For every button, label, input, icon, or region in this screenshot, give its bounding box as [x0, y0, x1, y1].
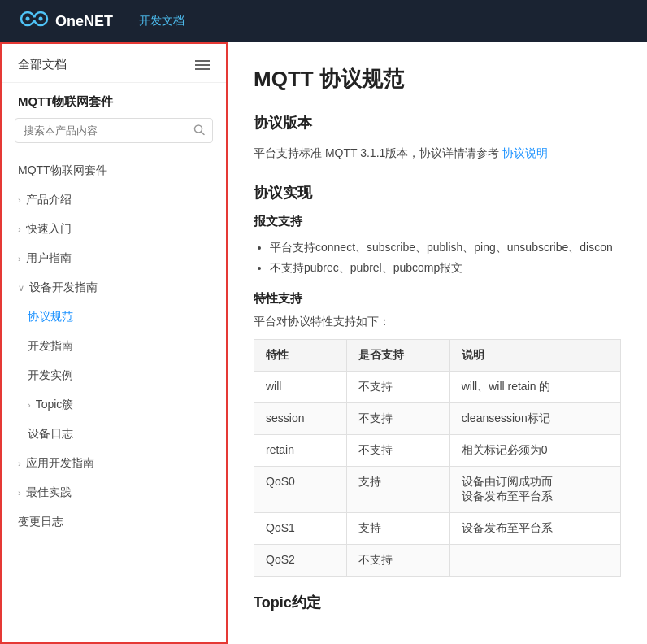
list-item: 平台支持connect、subscribe、publish、ping、unsub…	[270, 237, 621, 258]
main-layout: 全部文档 MQTT物联网套件 MQTT物联网套件 › 产品介绍	[0, 42, 647, 644]
chevron-right-icon: ›	[18, 459, 21, 468]
chevron-right-icon: ›	[18, 488, 21, 498]
table-cell-support: 支持	[347, 467, 450, 513]
sidebar-item-label: 开发实例	[28, 368, 73, 383]
table-cell-support: 不支持	[347, 545, 450, 577]
subsection-feature-support: 特性支持 平台对协议特性支持如下： 特性 是否支持 说明 will 不支持	[254, 291, 621, 577]
table-header-feature: 特性	[254, 340, 347, 372]
table-cell-support: 不支持	[347, 403, 450, 435]
sidebar-item-dev-guide[interactable]: 开发指南	[2, 332, 226, 361]
content: MQTT 协议规范 协议版本 平台支持标准 MQTT 3.1.1版本，协议详情请…	[228, 42, 647, 644]
sidebar-item-label: 设备日志	[28, 427, 73, 442]
sidebar-item-topic-cluster[interactable]: › Topic簇	[2, 390, 226, 420]
sidebar-item-dev-example[interactable]: 开发实例	[2, 361, 226, 390]
sidebar-item-best-practice[interactable]: › 最佳实践	[2, 478, 226, 507]
bullet-list: 平台支持connect、subscribe、publish、ping、unsub…	[254, 237, 621, 278]
table-row: QoS2 不支持	[254, 545, 621, 577]
sidebar-item-label: 快速入门	[26, 222, 72, 237]
sidebar-item-app-dev-guide[interactable]: › 应用开发指南	[2, 449, 226, 478]
sidebar-item-label: 协议规范	[28, 310, 73, 324]
logo: OneNET	[20, 7, 113, 35]
subsection-title-message-support: 报文支持	[254, 214, 621, 229]
table-cell-feature: QoS0	[254, 467, 347, 513]
table-cell-support: 不支持	[347, 372, 450, 403]
table-cell-feature: QoS1	[254, 513, 347, 545]
section-title-protocol-impl: 协议实现	[254, 183, 621, 202]
subsection-message-support: 报文支持 平台支持connect、subscribe、publish、ping、…	[254, 214, 621, 278]
svg-point-3	[26, 17, 30, 21]
page-title: MQTT 协议规范	[254, 65, 621, 94]
table-row: QoS1 支持 设备发布至平台系	[254, 513, 621, 545]
subsection-title-feature-support: 特性支持	[254, 291, 621, 307]
header: OneNET 开发文档	[0, 0, 647, 42]
table-header-desc: 说明	[449, 340, 620, 372]
sidebar-item-label: 开发指南	[28, 339, 73, 354]
list-item: 不支持pubrec、pubrel、pubcomp报文	[270, 258, 621, 278]
header-nav-dev-docs[interactable]: 开发文档	[139, 14, 185, 28]
table-cell-support: 不支持	[347, 435, 450, 467]
sidebar: 全部文档 MQTT物联网套件 MQTT物联网套件 › 产品介绍	[0, 42, 228, 644]
table-cell-feature: session	[254, 403, 347, 435]
sidebar-item-label: 用户指南	[26, 251, 72, 266]
sidebar-item-protocol-spec[interactable]: 协议规范	[2, 302, 226, 332]
sidebar-header: 全部文档	[2, 44, 226, 83]
section-protocol-version: 协议版本 平台支持标准 MQTT 3.1.1版本，协议详情请参考 协议说明	[254, 113, 621, 163]
table-cell-feature: will	[254, 372, 347, 403]
sidebar-item-label: 变更日志	[18, 515, 63, 529]
table-cell-desc: 设备由订阅成功而设备发布至平台系	[449, 467, 620, 513]
feature-table: 特性 是否支持 说明 will 不支持 will、will retain 的 s…	[254, 339, 621, 577]
sidebar-item-label: 应用开发指南	[26, 456, 94, 471]
table-row: will 不支持 will、will retain 的	[254, 372, 621, 403]
table-cell-support: 支持	[347, 513, 450, 545]
chevron-right-icon: ›	[18, 195, 21, 205]
table-cell-desc: 相关标记必须为0	[449, 435, 620, 467]
sidebar-item-label: MQTT物联网套件	[18, 163, 107, 178]
table-cell-desc	[449, 545, 620, 577]
sidebar-item-mqtt-root[interactable]: MQTT物联网套件	[2, 156, 226, 185]
svg-point-4	[39, 17, 43, 21]
sidebar-item-label: 最佳实践	[26, 485, 72, 500]
table-cell-desc: cleansession标记	[449, 403, 620, 435]
section-title-topic-convention: Topic约定	[254, 593, 621, 612]
sidebar-item-change-log[interactable]: 变更日志	[2, 507, 226, 537]
section-desc-protocol-version: 平台支持标准 MQTT 3.1.1版本，协议详情请参考 协议说明	[254, 144, 621, 163]
logo-text: OneNET	[55, 13, 113, 30]
section-topic-convention: Topic约定	[254, 593, 621, 612]
menu-icon[interactable]	[195, 60, 210, 70]
search-icon	[193, 124, 205, 137]
sidebar-nav: MQTT物联网套件 › 产品介绍 › 快速入门 › 用户指南 ∨ 设备开发指南 …	[2, 153, 226, 540]
sidebar-item-label: Topic簇	[36, 398, 74, 412]
sidebar-item-label: 设备开发指南	[29, 281, 98, 295]
table-row: session 不支持 cleansession标记	[254, 403, 621, 435]
svg-line-6	[202, 132, 205, 135]
search-input[interactable]	[15, 118, 213, 143]
sidebar-product-title: MQTT物联网套件	[2, 83, 226, 118]
sidebar-item-device-log[interactable]: 设备日志	[2, 420, 226, 449]
sidebar-item-device-dev-guide[interactable]: ∨ 设备开发指南	[2, 273, 226, 302]
chevron-right-icon: ›	[18, 254, 21, 263]
chevron-right-icon: ›	[28, 400, 31, 410]
table-row: retain 不支持 相关标记必须为0	[254, 435, 621, 467]
search-box	[15, 118, 213, 143]
chevron-down-icon: ∨	[18, 283, 24, 294]
sidebar-item-quick-start[interactable]: › 快速入门	[2, 215, 226, 244]
feature-desc: 平台对协议特性支持如下：	[254, 315, 621, 329]
sidebar-title: 全部文档	[18, 57, 67, 72]
table-cell-desc: will、will retain 的	[449, 372, 620, 403]
table-cell-desc: 设备发布至平台系	[449, 513, 620, 545]
sidebar-item-user-guide[interactable]: › 用户指南	[2, 244, 226, 273]
protocol-link[interactable]: 协议说明	[502, 146, 548, 159]
section-title-protocol-version: 协议版本	[254, 113, 621, 133]
sidebar-item-label: 产品介绍	[26, 193, 72, 207]
table-cell-feature: QoS2	[254, 545, 347, 577]
table-header-support: 是否支持	[347, 340, 450, 372]
sidebar-item-product-intro[interactable]: › 产品介绍	[2, 185, 226, 215]
section-protocol-impl: 协议实现 报文支持 平台支持connect、subscribe、publish、…	[254, 183, 621, 577]
chevron-right-icon: ›	[18, 224, 21, 234]
table-row: QoS0 支持 设备由订阅成功而设备发布至平台系	[254, 467, 621, 513]
table-cell-feature: retain	[254, 435, 347, 467]
logo-icon	[20, 7, 49, 35]
